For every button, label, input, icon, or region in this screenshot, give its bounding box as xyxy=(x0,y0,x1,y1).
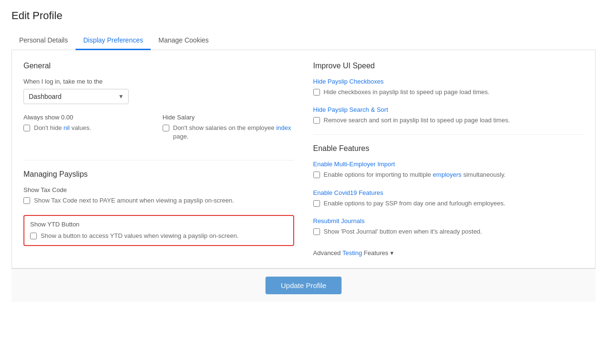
hide-payslip-checkboxes-section: Hide Payslip Checkboxes Hide checkboxes … xyxy=(313,78,584,96)
hide-payslip-search-label: Remove search and sort in payslip list t… xyxy=(324,116,510,125)
show-ytd-label: Show a button to access YTD values when … xyxy=(41,232,239,240)
tab-manage-cookies[interactable]: Manage Cookies xyxy=(151,32,216,50)
general-title: General xyxy=(23,62,294,70)
improve-ui-section: Improve UI Speed Hide Payslip Checkboxes… xyxy=(313,62,584,125)
enable-features-title: Enable Features xyxy=(313,144,584,153)
page-title: Edit Profile xyxy=(11,10,596,22)
covid19-label: Enable options to pay SSP from day one a… xyxy=(324,199,506,208)
show-tax-code-checkbox[interactable] xyxy=(23,197,30,204)
managing-payslips-section: Managing Payslips Show Tax Code Show Tax… xyxy=(23,170,294,246)
login-destination-label: When I log in, take me to the xyxy=(23,78,294,85)
managing-payslips-title: Managing Payslips xyxy=(23,170,294,179)
always-show-section: Always show 0.00 Don't hide nil values. xyxy=(23,114,155,141)
covid19-title: Enable Covid19 Features xyxy=(313,189,584,196)
multi-employer-row: Enable options for importing to multiple… xyxy=(313,171,584,179)
resubmit-journals-title: Resubmit Journals xyxy=(313,217,584,225)
advanced-testing-link[interactable]: Advanced Testing Features ▾ xyxy=(313,249,394,257)
always-show-label: Don't hide nil values. xyxy=(34,124,91,132)
hide-payslip-checkboxes-title: Hide Payslip Checkboxes xyxy=(313,78,584,85)
tab-display-preferences[interactable]: Display Preferences xyxy=(76,32,151,50)
always-show-checkbox[interactable] xyxy=(23,125,30,131)
dashboard-select-wrapper: Dashboard Payslips Employees Reports ▼ xyxy=(23,89,129,104)
covid19-section: Enable Covid19 Features Enable options t… xyxy=(313,189,584,208)
hide-payslip-search-checkbox[interactable] xyxy=(313,117,320,124)
show-ytd-title: Show YTD Button xyxy=(30,221,287,228)
update-profile-button[interactable]: Update Profile xyxy=(265,277,342,294)
covid19-row: Enable options to pay SSP from day one a… xyxy=(313,199,584,208)
show-ytd-checkbox[interactable] xyxy=(30,233,37,239)
hide-payslip-search-row: Remove search and sort in payslip list t… xyxy=(313,116,584,125)
resubmit-journals-checkbox[interactable] xyxy=(313,228,320,235)
dashboard-select[interactable]: Dashboard Payslips Employees Reports xyxy=(23,89,129,104)
show-tax-code-title: Show Tax Code xyxy=(23,186,294,193)
show-ytd-button-section: Show YTD Button Show a button to access … xyxy=(23,215,294,246)
hide-salary-title: Hide Salary xyxy=(163,114,294,121)
hide-salary-checkbox[interactable] xyxy=(163,125,169,131)
tab-personal-details[interactable]: Personal Details xyxy=(11,32,76,50)
right-column: Improve UI Speed Hide Payslip Checkboxes… xyxy=(313,62,584,257)
hide-salary-label: Don't show salaries on the employee inde… xyxy=(173,124,294,141)
hide-payslip-checkboxes-label: Hide checkboxes in payslip list to speed… xyxy=(324,88,490,96)
advanced-link-label: Advanced Testing Features xyxy=(313,249,388,257)
show-ytd-checkbox-row: Show a button to access YTD values when … xyxy=(30,232,287,240)
multi-employer-title: Enable Multi-Employer Import xyxy=(313,161,584,168)
content-panel: General When I log in, take me to the Da… xyxy=(11,50,596,268)
improve-ui-divider xyxy=(313,134,584,135)
footer-bar: Update Profile xyxy=(11,268,596,302)
two-col-layout: General When I log in, take me to the Da… xyxy=(23,62,584,257)
show-tax-code-label: Show Tax Code next to PAYE amount when v… xyxy=(34,196,234,205)
resubmit-journals-section: Resubmit Journals Show 'Post Journal' bu… xyxy=(313,217,584,236)
login-destination-group: When I log in, take me to the Dashboard … xyxy=(23,78,294,104)
show-tax-code-checkbox-row: Show Tax Code next to PAYE amount when v… xyxy=(23,196,294,205)
hide-payslip-search-title: Hide Payslip Search & Sort xyxy=(313,106,584,113)
left-column: General When I log in, take me to the Da… xyxy=(23,62,294,257)
hide-payslip-search-section: Hide Payslip Search & Sort Remove search… xyxy=(313,106,584,125)
covid19-checkbox[interactable] xyxy=(313,200,320,207)
hide-salary-section: Hide Salary Don't show salaries on the e… xyxy=(163,114,294,141)
multi-employer-section: Enable Multi-Employer Import Enable opti… xyxy=(313,161,584,179)
always-show-hide-salary-row: Always show 0.00 Don't hide nil values. … xyxy=(23,114,294,150)
hide-salary-checkbox-row: Don't show salaries on the employee inde… xyxy=(163,124,294,141)
always-show-checkbox-row: Don't hide nil values. xyxy=(23,124,155,132)
multi-employer-label: Enable options for importing to multiple… xyxy=(324,171,506,179)
hide-payslip-checkboxes-checkbox[interactable] xyxy=(313,89,320,96)
hide-payslip-checkboxes-row: Hide checkboxes in payslip list to speed… xyxy=(313,88,584,96)
show-tax-code-section: Show Tax Code Show Tax Code next to PAYE… xyxy=(23,186,294,205)
enable-features-section: Enable Features Enable Multi-Employer Im… xyxy=(313,144,584,257)
tab-bar: Personal Details Display Preferences Man… xyxy=(11,32,596,50)
advanced-link-arrow-icon: ▾ xyxy=(390,249,394,257)
resubmit-journals-row: Show 'Post Journal' button even when it'… xyxy=(313,227,584,236)
general-section: General When I log in, take me to the Da… xyxy=(23,62,294,150)
resubmit-journals-label: Show 'Post Journal' button even when it'… xyxy=(324,227,482,236)
general-divider xyxy=(23,160,294,161)
improve-ui-title: Improve UI Speed xyxy=(313,62,584,70)
multi-employer-checkbox[interactable] xyxy=(313,171,320,178)
always-show-title: Always show 0.00 xyxy=(23,114,155,121)
